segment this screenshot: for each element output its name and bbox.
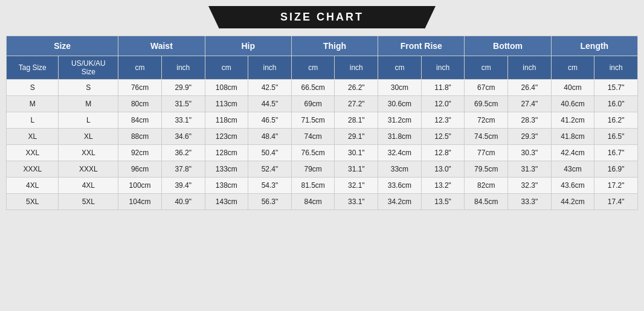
tag-size: M	[7, 96, 59, 112]
table-row: XLXL88cm34.6"123cm48.4"74cm29.1"31.8cm12…	[7, 129, 638, 145]
waist-inch: 40.9"	[161, 194, 205, 210]
tag-size: 5XL	[7, 194, 59, 210]
table-row: 4XL4XL100cm39.4"138cm54.3"81.5cm32.1"33.…	[7, 178, 638, 194]
len-inch: 16.5"	[594, 129, 638, 145]
sub-header-len-inch: inch	[594, 56, 638, 80]
thigh-inch: 31.1"	[335, 161, 378, 178]
table-row: 5XL5XL104cm40.9"143cm56.3"84cm33.1"34.2c…	[7, 194, 638, 210]
table-row: MM80cm31.5"113cm44.5"69cm27.2"30.6cm12.0…	[7, 96, 638, 112]
bot-cm: 82cm	[465, 178, 508, 194]
waist-cm: 104cm	[118, 194, 162, 210]
thigh-cm: 69cm	[291, 96, 335, 112]
us-size: XXXL	[59, 161, 118, 178]
len-cm: 40.6cm	[551, 96, 594, 112]
fr-inch: 12.3"	[421, 112, 465, 129]
thigh-inch: 28.1"	[335, 112, 378, 129]
thigh-cm: 76.5cm	[291, 145, 335, 161]
header-size: Size	[7, 36, 118, 56]
len-inch: 16.7"	[594, 145, 638, 161]
bot-cm: 79.5cm	[465, 161, 508, 178]
sub-header-thigh-cm: cm	[291, 56, 335, 80]
thigh-inch: 26.2"	[335, 80, 378, 96]
hip-inch: 42.5"	[248, 80, 292, 96]
len-cm: 41.2cm	[551, 112, 594, 129]
tag-size: L	[7, 112, 59, 129]
len-inch: 17.4"	[594, 194, 638, 210]
us-size: S	[59, 80, 118, 96]
bot-inch: 32.3"	[508, 178, 552, 194]
len-cm: 42.4cm	[551, 145, 594, 161]
header-length: Length	[551, 36, 637, 56]
sub-header-fr-cm: cm	[378, 56, 422, 80]
waist-inch: 34.6"	[161, 129, 205, 145]
sub-header-bot-inch: inch	[508, 56, 552, 80]
waist-inch: 37.8"	[161, 161, 205, 178]
fr-inch: 13.2"	[421, 178, 465, 194]
tag-size: XL	[7, 129, 59, 145]
thigh-cm: 74cm	[291, 129, 335, 145]
tag-size: S	[7, 80, 59, 96]
bot-cm: 69.5cm	[465, 96, 508, 112]
thigh-inch: 32.1"	[335, 178, 378, 194]
fr-cm: 30cm	[378, 80, 422, 96]
bot-inch: 31.3"	[508, 161, 552, 178]
table-row: XXXLXXXL96cm37.8"133cm52.4"79cm31.1"33cm…	[7, 161, 638, 178]
sub-header-fr-inch: inch	[421, 56, 465, 80]
waist-inch: 36.2"	[161, 145, 205, 161]
thigh-cm: 81.5cm	[291, 178, 335, 194]
hip-inch: 44.5"	[248, 96, 292, 112]
hip-inch: 54.3"	[248, 178, 292, 194]
hip-inch: 56.3"	[248, 194, 292, 210]
size-chart-table: Size Waist Hip Thigh Front Rise Bottom L…	[6, 36, 638, 210]
waist-inch: 33.1"	[161, 112, 205, 129]
sub-header-bot-cm: cm	[465, 56, 508, 80]
bot-cm: 72cm	[465, 112, 508, 129]
page-wrapper: SIZE CHART Size Waist Hip Thigh Front Ri…	[0, 0, 644, 216]
bot-inch: 27.4"	[508, 96, 552, 112]
fr-cm: 34.2cm	[378, 194, 422, 210]
fr-cm: 30.6cm	[378, 96, 422, 112]
header-hip: Hip	[205, 36, 291, 56]
len-cm: 43.6cm	[551, 178, 594, 194]
sub-header-thigh-inch: inch	[335, 56, 378, 80]
header-row-1: Size Waist Hip Thigh Front Rise Bottom L…	[7, 36, 638, 56]
thigh-cm: 66.5cm	[291, 80, 335, 96]
waist-cm: 76cm	[118, 80, 162, 96]
header-thigh: Thigh	[291, 36, 378, 56]
waist-cm: 84cm	[118, 112, 162, 129]
fr-cm: 31.2cm	[378, 112, 422, 129]
us-size: L	[59, 112, 118, 129]
len-inch: 16.9"	[594, 161, 638, 178]
bot-cm: 74.5cm	[465, 129, 508, 145]
table-row: XXLXXL92cm36.2"128cm50.4"76.5cm30.1"32.4…	[7, 145, 638, 161]
sub-header-tag-size: Tag Size	[7, 56, 59, 80]
fr-cm: 33cm	[378, 161, 422, 178]
len-inch: 15.7"	[594, 80, 638, 96]
sub-header-len-cm: cm	[551, 56, 594, 80]
bot-inch: 33.3"	[508, 194, 552, 210]
thigh-inch: 33.1"	[335, 194, 378, 210]
bot-inch: 26.4"	[508, 80, 552, 96]
sub-header-hip-inch: inch	[248, 56, 292, 80]
hip-inch: 48.4"	[248, 129, 292, 145]
sub-header-waist-inch: inch	[161, 56, 205, 80]
fr-inch: 12.0"	[421, 96, 465, 112]
thigh-cm: 84cm	[291, 194, 335, 210]
bot-cm: 77cm	[465, 145, 508, 161]
hip-inch: 52.4"	[248, 161, 292, 178]
hip-cm: 138cm	[205, 178, 248, 194]
hip-cm: 143cm	[205, 194, 248, 210]
len-inch: 17.2"	[594, 178, 638, 194]
table-row: LL84cm33.1"118cm46.5"71.5cm28.1"31.2cm12…	[7, 112, 638, 129]
fr-inch: 13.0"	[421, 161, 465, 178]
fr-cm: 33.6cm	[378, 178, 422, 194]
len-inch: 16.2"	[594, 112, 638, 129]
header-waist: Waist	[118, 36, 205, 56]
len-cm: 41.8cm	[551, 129, 594, 145]
table-body: SS76cm29.9"108cm42.5"66.5cm26.2"30cm11.8…	[7, 80, 638, 210]
bot-inch: 30.3"	[508, 145, 552, 161]
us-size: M	[59, 96, 118, 112]
bot-cm: 67cm	[465, 80, 508, 96]
us-size: XXL	[59, 145, 118, 161]
fr-cm: 32.4cm	[378, 145, 422, 161]
